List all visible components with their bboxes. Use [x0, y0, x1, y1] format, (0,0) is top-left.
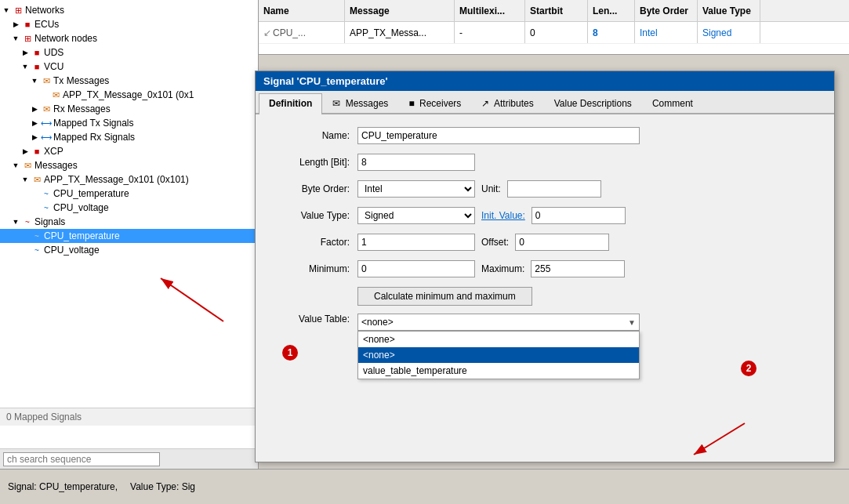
mapped-signals-area: 0 Mapped Signals: [0, 408, 258, 426]
expand-rx-messages[interactable]: ▶: [30, 104, 39, 114]
tree-label-signals: Signals: [34, 216, 65, 227]
expand-ecus[interactable]: ▶: [11, 20, 20, 29]
expand-cpu-temp-sig[interactable]: [20, 231, 30, 241]
name-input[interactable]: [357, 127, 640, 144]
expand-mapped-rx[interactable]: ▶: [30, 132, 39, 142]
search-input[interactable]: [3, 452, 160, 466]
mapped-signals-label: 0 Mapped Signals: [6, 412, 82, 422]
dropdown-item-none2[interactable]: <none>: [358, 347, 639, 363]
tree-item-app-tx-msg2[interactable]: ▼ ✉ APP_TX_Message_0x101 (0x101): [0, 172, 258, 187]
col-header-len: Len...: [588, 0, 635, 21]
tree-label-cpu-temp-msg: CPU_temperature: [53, 188, 129, 199]
tree-item-cpu-volt-sig[interactable]: ~ CPU_voltage: [0, 243, 258, 257]
tree-item-ecus[interactable]: ▶ ■ ECUs: [0, 17, 258, 31]
name-row: Name:: [271, 127, 818, 144]
table-row[interactable]: ↙ CPU_... APP_TX_Messa... - 0 8 Intel Si…: [259, 22, 849, 44]
tab-value-descriptions[interactable]: Value Descriptions: [544, 93, 642, 113]
tree-item-xcp[interactable]: ▶ ■ XCP: [0, 144, 258, 158]
tree-label-uds: UDS: [44, 47, 63, 58]
annotation-badge-1: 1: [282, 345, 298, 361]
valuetype-select[interactable]: Signed Unsigned Float Double: [357, 207, 475, 224]
tree-item-cpu-temp-sig[interactable]: ~ CPU_temperature: [0, 229, 258, 243]
dropdown-display[interactable]: <none> ▼: [357, 314, 640, 331]
expand-networks[interactable]: ▼: [2, 5, 11, 15]
length-input[interactable]: [357, 154, 475, 171]
unit-input[interactable]: [507, 180, 601, 198]
init-value-input[interactable]: [532, 207, 626, 224]
expand-xcp[interactable]: ▶: [20, 147, 30, 156]
tab-messages[interactable]: ✉ Messages: [322, 93, 398, 113]
cell-name: ↙ CPU_...: [259, 22, 345, 43]
valuetype-row: Value Type: Signed Unsigned Float Double…: [271, 207, 818, 224]
tree-item-cpu-volt-msg[interactable]: ~ CPU_voltage: [0, 201, 258, 215]
expand-network-nodes[interactable]: ▼: [11, 34, 20, 43]
expand-vcu[interactable]: ▼: [20, 62, 30, 71]
tree-item-messages[interactable]: ▼ ✉ Messages: [0, 158, 258, 172]
tree-label-cpu-temp-sig: CPU_temperature: [44, 230, 120, 241]
expand-app-tx[interactable]: [39, 90, 49, 100]
maximum-input[interactable]: [531, 260, 625, 277]
status-bar: Signal: CPU_temperature, Value Type: Sig: [0, 469, 849, 504]
tab-comment[interactable]: Comment: [642, 93, 703, 113]
value-table-dropdown[interactable]: <none> ▼ <none> <none> value_table_tempe…: [357, 314, 640, 331]
expand-signals[interactable]: ▼: [11, 217, 20, 227]
tab-definition[interactable]: Definition: [259, 93, 322, 114]
tx-messages-icon: ✉: [41, 75, 52, 86]
tab-receivers[interactable]: ■ Receivers: [398, 93, 471, 113]
tree-item-rx-messages[interactable]: ▶ ✉ Rx Messages: [0, 102, 258, 116]
offset-label: Offset:: [475, 237, 515, 248]
tree-item-networks[interactable]: ▼ ⊞ Networks: [0, 3, 258, 17]
value-table-label: Value Table:: [271, 314, 357, 325]
maximum-label: Maximum:: [475, 263, 531, 274]
tab-attributes-icon: ↗: [481, 98, 489, 109]
search-bar: [0, 448, 259, 469]
table-header: Name Message Multilexi... Startbit Len..…: [259, 0, 849, 22]
col-header-byteorder: Byte Order: [635, 0, 698, 21]
col-header-mux: Multilexi...: [455, 0, 525, 21]
calc-btn[interactable]: Calculate minimum and maximum: [357, 287, 532, 306]
expand-cpu-temp-msg[interactable]: [30, 189, 39, 198]
messages-icon: ✉: [22, 160, 33, 171]
expand-tx-messages[interactable]: ▼: [30, 76, 39, 85]
tab-messages-icon: ✉: [332, 98, 340, 109]
expand-messages[interactable]: ▼: [11, 161, 20, 170]
tree-item-uds[interactable]: ▶ ■ UDS: [0, 45, 258, 60]
tree-label-mapped-tx: Mapped Tx Signals: [53, 118, 134, 129]
tree-label-app-tx-msg: APP_TX_Message_0x101 (0x1: [63, 89, 194, 100]
expand-mapped-tx[interactable]: ▶: [30, 118, 39, 128]
byteorder-select[interactable]: Intel Motorola: [357, 180, 475, 198]
dropdown-arrow-icon: ▼: [628, 318, 636, 327]
tree-item-tx-messages[interactable]: ▼ ✉ Tx Messages: [0, 74, 258, 88]
expand-uds[interactable]: ▶: [20, 48, 30, 57]
length-label: Length [Bit]:: [271, 157, 357, 168]
vcu-icon: ■: [31, 61, 42, 72]
tree-item-network-nodes[interactable]: ▼ ⊞ Network nodes: [0, 31, 258, 45]
tree-item-vcu[interactable]: ▼ ■ VCU: [0, 60, 258, 74]
tree-label-network-nodes: Network nodes: [34, 33, 97, 44]
tab-attributes[interactable]: ↗ Attributes: [471, 93, 543, 113]
init-value-link[interactable]: Init. Value:: [475, 210, 532, 221]
expand-cpu-volt-msg[interactable]: [30, 203, 39, 212]
minmax-row: Minimum: Maximum:: [271, 260, 818, 277]
offset-input[interactable]: [515, 234, 609, 251]
dropdown-item-none1[interactable]: <none>: [358, 332, 639, 347]
tree-item-app-tx-msg[interactable]: ✉ APP_TX_Message_0x101 (0x1: [0, 88, 258, 102]
tree-label-cpu-volt-sig: CPU_voltage: [44, 245, 100, 256]
cell-startbit: 0: [525, 22, 588, 43]
signal-row-icon: ↙: [263, 27, 271, 38]
col-header-name: Name: [259, 0, 345, 21]
cell-mux: -: [455, 22, 525, 43]
tree-item-mapped-rx[interactable]: ▶ ⟷ Mapped Rx Signals: [0, 130, 258, 144]
factor-input[interactable]: [357, 234, 475, 251]
expand-app-tx2[interactable]: ▼: [20, 175, 30, 184]
tree-item-signals[interactable]: ▼ ~ Signals: [0, 215, 258, 229]
minimum-input[interactable]: [357, 260, 475, 277]
length-row: Length [Bit]:: [271, 154, 818, 171]
dropdown-item-value-table-temp[interactable]: value_table_temperature: [358, 363, 639, 379]
tree-item-cpu-temp-msg[interactable]: ~ CPU_temperature: [0, 187, 258, 201]
network-icon: ⊞: [13, 5, 24, 16]
tree-label-app-tx-msg2: APP_TX_Message_0x101 (0x101): [44, 174, 189, 185]
tree-label-vcu: VCU: [44, 61, 63, 72]
tree-item-mapped-tx[interactable]: ▶ ⟷ Mapped Tx Signals: [0, 116, 258, 130]
expand-cpu-volt-sig[interactable]: [20, 245, 30, 255]
